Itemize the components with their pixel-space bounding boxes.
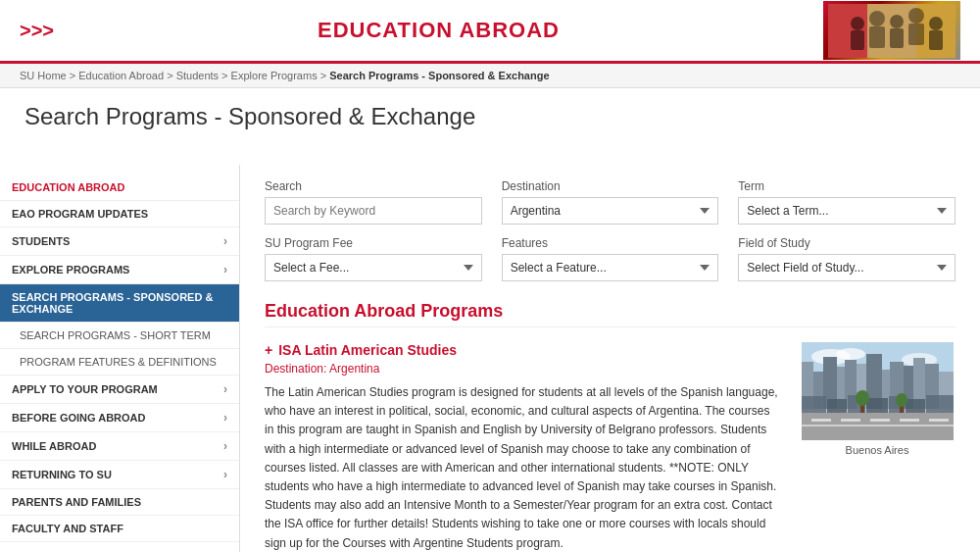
- svg-rect-34: [870, 419, 890, 422]
- chevron-icon: ›: [223, 263, 227, 276]
- svg-point-48: [896, 393, 907, 407]
- svg-rect-32: [811, 419, 831, 422]
- destination-select[interactable]: Argentina All Destinations: [502, 197, 719, 225]
- page-container: EDUCATION ABROAD EAO PROGRAM UPDATES STU…: [0, 165, 980, 552]
- program-name-link[interactable]: ISA Latin American Studies: [278, 342, 457, 358]
- features-group: Features Select a Feature...: [502, 236, 719, 281]
- sidebar-item-inbound[interactable]: INBOUND EXCHANGE ›: [0, 542, 239, 552]
- results-section: Education Abroad Programs + ISA Latin Am…: [265, 301, 956, 552]
- chevron-icon: ›: [223, 382, 227, 396]
- breadcrumb: SU Home > Education Abroad > Students > …: [0, 64, 980, 88]
- svg-point-46: [856, 390, 869, 406]
- page-header: >>> EDUCATION ABROAD: [0, 0, 980, 64]
- svg-rect-39: [827, 399, 847, 413]
- search-label: Search: [265, 179, 482, 193]
- program-card: + ISA Latin American Studies Destination…: [265, 342, 956, 552]
- buenos-aires-image: [802, 342, 954, 440]
- svg-point-15: [836, 348, 865, 360]
- field-of-study-group: Field of Study Select Field of Study...: [738, 236, 956, 281]
- search-form-row-1: Search Destination Argentina All Destina…: [265, 179, 956, 225]
- header-photo-icon: [828, 4, 956, 58]
- sidebar-item-explore-programs[interactable]: EXPLORE PROGRAMS ›: [0, 256, 239, 284]
- breadcrumb-students[interactable]: Students: [176, 70, 219, 81]
- program-image-container: Buenos Aires: [799, 342, 956, 552]
- sidebar-item-parents[interactable]: PARENTS AND FAMILIES: [0, 489, 239, 516]
- breadcrumb-current: Search Programs - Sponsored & Exchange: [329, 70, 549, 81]
- search-form: Search Destination Argentina All Destina…: [265, 179, 956, 281]
- svg-point-5: [869, 11, 885, 26]
- su-program-fee-select[interactable]: Select a Fee...: [265, 254, 482, 281]
- search-group: Search: [265, 179, 482, 225]
- sidebar-item-returning[interactable]: RETURNING TO SU ›: [0, 461, 239, 489]
- main-content: Search Destination Argentina All Destina…: [240, 165, 980, 552]
- su-program-fee-group: SU Program Fee Select a Fee...: [265, 236, 482, 281]
- sidebar-item-before-going[interactable]: BEFORE GOING ABROAD ›: [0, 404, 239, 432]
- breadcrumb-explore-programs[interactable]: Explore Programs: [231, 70, 318, 81]
- svg-rect-31: [802, 425, 954, 427]
- svg-rect-43: [906, 399, 925, 413]
- svg-point-11: [929, 17, 943, 30]
- svg-rect-33: [841, 419, 860, 422]
- chevron-icon: ›: [223, 411, 227, 425]
- sidebar-item-education-abroad[interactable]: EDUCATION ABROAD: [0, 175, 239, 201]
- logo-arrows: >>>: [20, 20, 54, 42]
- results-title: Education Abroad Programs: [265, 301, 956, 327]
- svg-rect-41: [866, 398, 888, 413]
- field-of-study-select[interactable]: Select Field of Study...: [738, 254, 956, 281]
- sidebar-item-eao-updates[interactable]: EAO PROGRAM UPDATES: [0, 201, 239, 227]
- features-label: Features: [502, 236, 719, 250]
- features-select[interactable]: Select a Feature...: [502, 254, 719, 281]
- program-image-caption: Buenos Aires: [846, 444, 909, 456]
- sidebar-item-search-sponsored[interactable]: SEARCH PROGRAMS - SPONSORED & EXCHANGE: [0, 284, 239, 323]
- svg-rect-6: [869, 26, 885, 48]
- term-group: Term Select a Term...: [738, 179, 956, 225]
- chevron-icon: ›: [223, 439, 227, 453]
- sidebar-item-program-features[interactable]: PROGRAM FEATURES & DEFINITIONS: [0, 349, 239, 376]
- svg-rect-35: [900, 419, 919, 422]
- su-program-fee-label: SU Program Fee: [265, 236, 482, 250]
- svg-rect-12: [929, 30, 943, 50]
- search-input[interactable]: [265, 197, 482, 225]
- program-info: + ISA Latin American Studies Destination…: [265, 342, 779, 552]
- sidebar-item-faculty[interactable]: FACULTY AND STAFF: [0, 516, 239, 542]
- program-image: [802, 342, 954, 440]
- program-name-row: + ISA Latin American Studies: [265, 342, 779, 358]
- field-of-study-label: Field of Study: [738, 236, 956, 250]
- svg-rect-36: [929, 419, 949, 422]
- destination-group: Destination Argentina All Destinations: [502, 179, 719, 225]
- page-content: Search Programs - Sponsored & Exchange E…: [0, 88, 980, 552]
- svg-rect-4: [851, 30, 864, 50]
- sidebar-item-students[interactable]: STUDENTS ›: [0, 227, 239, 256]
- svg-rect-44: [926, 395, 954, 413]
- program-destination: Destination: Argentina: [265, 362, 779, 376]
- site-title: EDUCATION ABROAD: [54, 18, 823, 43]
- sidebar: EDUCATION ABROAD EAO PROGRAM UPDATES STU…: [0, 165, 240, 552]
- sidebar-item-while-abroad[interactable]: WHILE ABROAD ›: [0, 432, 239, 461]
- term-select[interactable]: Select a Term...: [738, 197, 956, 225]
- destination-label: Destination: [502, 179, 719, 193]
- svg-point-3: [851, 17, 864, 30]
- page-title: Search Programs - Sponsored & Exchange: [24, 103, 956, 140]
- program-description: The Latin American Studies program is de…: [265, 383, 779, 552]
- svg-rect-10: [908, 24, 924, 45]
- svg-point-9: [908, 8, 924, 24]
- chevron-icon: ›: [223, 234, 227, 248]
- term-label: Term: [738, 179, 956, 193]
- search-form-row-2: SU Program Fee Select a Fee... Features …: [265, 236, 956, 281]
- sidebar-item-search-short-term[interactable]: SEARCH PROGRAMS - SHORT TERM: [0, 323, 239, 349]
- breadcrumb-education-abroad[interactable]: Education Abroad: [78, 70, 164, 81]
- header-image: [823, 1, 960, 60]
- plus-icon: +: [265, 342, 272, 358]
- breadcrumb-su-home[interactable]: SU Home: [20, 70, 67, 81]
- svg-rect-38: [802, 396, 826, 413]
- svg-rect-8: [890, 28, 904, 48]
- svg-point-7: [890, 15, 904, 28]
- chevron-icon: ›: [223, 468, 227, 481]
- sidebar-item-apply[interactable]: APPLY TO YOUR PROGRAM ›: [0, 376, 239, 404]
